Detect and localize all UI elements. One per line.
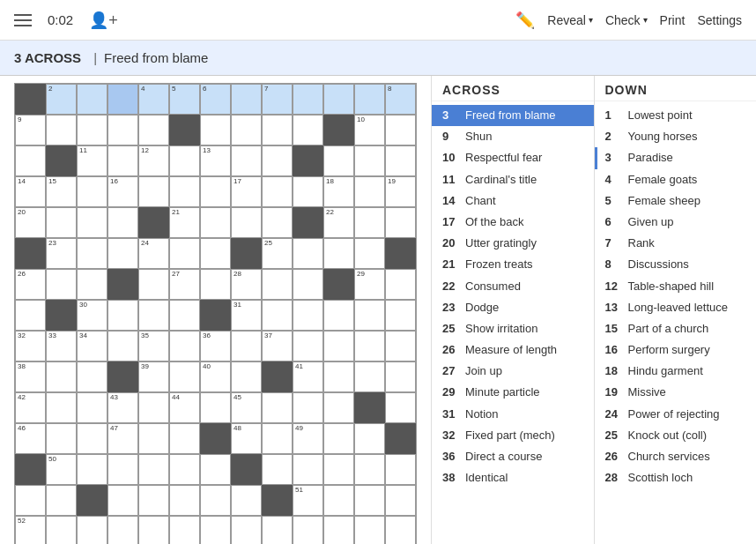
grid-cell[interactable] [354,392,385,423]
grid-cell[interactable]: 42 [15,392,46,423]
grid-cell[interactable] [107,115,138,145]
clue-item[interactable]: 16Perform surgery [595,339,757,361]
grid-cell[interactable]: 46 [15,423,46,454]
grid-cell[interactable] [77,361,107,392]
grid-cell[interactable] [77,269,107,300]
grid-cell[interactable] [138,300,169,331]
grid-cell[interactable]: 18 [323,176,354,207]
grid-cell[interactable] [46,361,77,392]
grid-cell[interactable] [169,454,200,485]
reveal-button[interactable]: Reveal ▾ [547,13,593,27]
grid-cell[interactable] [354,485,385,516]
clue-item[interactable]: 4Female goats [595,169,757,190]
clue-item[interactable]: 3Freed from blame [432,105,594,126]
grid-cell[interactable] [293,392,323,423]
grid-cell[interactable] [293,115,323,145]
clue-item[interactable]: 7Rank [595,233,757,254]
grid-cell[interactable] [107,207,138,238]
grid-cell[interactable]: 22 [323,207,354,238]
grid-cell[interactable]: 34 [77,331,107,361]
clue-item[interactable]: 17Of the back [432,212,594,233]
clue-item[interactable]: 14Chant [432,190,594,212]
clue-item[interactable]: 8Discussions [595,254,757,275]
clue-item[interactable]: 18Hindu garment [595,361,757,382]
grid-cell[interactable] [293,207,323,238]
grid-cell[interactable] [200,485,231,516]
grid-cell[interactable] [231,485,262,516]
grid-cell[interactable] [262,361,293,392]
grid-cell[interactable] [323,145,354,176]
grid-cell[interactable] [385,392,416,423]
clue-item[interactable]: 38Identical [432,467,594,488]
grid-cell[interactable]: 30 [77,300,107,331]
grid-cell[interactable]: 27 [169,269,200,300]
check-button[interactable]: Check ▾ [605,13,648,27]
grid-cell[interactable] [231,331,262,361]
clue-item[interactable]: 20Utter gratingly [432,233,594,254]
grid-cell[interactable] [293,454,323,485]
menu-icon[interactable] [14,14,32,26]
grid-cell[interactable] [46,207,77,238]
grid-cell[interactable] [169,516,200,544]
grid-cell[interactable] [200,516,231,544]
grid-cell[interactable] [323,392,354,423]
grid-cell[interactable] [385,207,416,238]
grid-cell[interactable] [262,145,293,176]
grid-cell[interactable] [46,300,77,331]
across-clues-scroll[interactable]: 3Freed from blame9Shun10Respectful fear1… [432,101,594,544]
clue-item[interactable]: 36Direct a course [432,446,594,467]
grid-cell[interactable] [262,485,293,516]
grid-cell[interactable]: 40 [200,361,231,392]
grid-cell[interactable]: 49 [293,423,323,454]
clue-item[interactable]: 28Scottish loch [595,467,757,488]
clue-item[interactable]: 27Join up [432,361,594,382]
grid-cell[interactable] [77,485,107,516]
grid-cell[interactable] [46,423,77,454]
grid-cell[interactable] [46,269,77,300]
grid-cell[interactable] [15,84,46,115]
grid-cell[interactable]: 21 [169,207,200,238]
grid-cell[interactable] [293,331,323,361]
grid-cell[interactable]: 28 [231,269,262,300]
grid-cell[interactable] [262,454,293,485]
grid-cell[interactable] [385,269,416,300]
grid-cell[interactable] [354,176,385,207]
grid-cell[interactable] [169,423,200,454]
grid-cell[interactable] [385,145,416,176]
grid-cell[interactable]: 20 [15,207,46,238]
grid-cell[interactable] [293,238,323,269]
grid-cell[interactable] [169,115,200,145]
grid-cell[interactable] [200,238,231,269]
clue-item[interactable]: 1Lowest point [595,105,757,126]
grid-cell[interactable]: 45 [231,392,262,423]
grid-cell[interactable] [354,331,385,361]
grid-cell[interactable]: 14 [15,176,46,207]
grid-cell[interactable]: 8 [385,84,416,115]
grid-cell[interactable] [200,176,231,207]
clue-item[interactable]: 2Young horses [595,126,757,147]
clue-item[interactable]: 19Missive [595,382,757,403]
grid-cell[interactable]: 12 [138,145,169,176]
grid-cell[interactable] [323,238,354,269]
grid-cell[interactable] [15,300,46,331]
grid-cell[interactable] [354,238,385,269]
grid-cell[interactable] [77,84,107,115]
grid-cell[interactable] [200,207,231,238]
grid-cell[interactable] [200,115,231,145]
grid-cell[interactable]: 9 [15,115,46,145]
grid-cell[interactable] [15,485,46,516]
grid-cell[interactable] [107,331,138,361]
grid-cell[interactable] [138,454,169,485]
grid-cell[interactable] [169,238,200,269]
grid-cell[interactable] [15,454,46,485]
grid-cell[interactable]: 7 [262,84,293,115]
grid-cell[interactable] [323,269,354,300]
grid-cell[interactable] [293,516,323,544]
clue-item[interactable]: 10Respectful fear [432,147,594,168]
grid-cell[interactable] [323,485,354,516]
grid-cell[interactable]: 39 [138,361,169,392]
grid-cell[interactable] [77,238,107,269]
grid-cell[interactable] [15,145,46,176]
grid-cell[interactable] [200,269,231,300]
down-clues-scroll[interactable]: 1Lowest point2Young horses3Paradise4Fema… [595,101,757,544]
